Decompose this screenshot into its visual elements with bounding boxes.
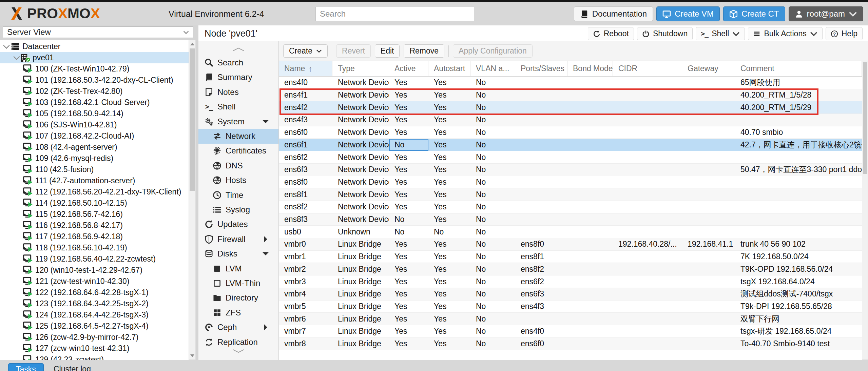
help-button[interactable]: ?Help: [826, 27, 863, 40]
column-header-type[interactable]: Type: [332, 61, 389, 76]
table-row-ens8f1[interactable]: ens8f1Network DeviceYesYesNo: [279, 188, 862, 201]
create-button[interactable]: Create: [283, 44, 328, 58]
nav-item-search[interactable]: Search: [198, 56, 278, 70]
tree-item-118[interactable]: 118 (192.168.56.10-42.19): [0, 242, 196, 253]
table-row-vmbr3[interactable]: vmbr3Linux BridgeYesYesNoens6f2tsgX 192.…: [279, 275, 862, 288]
global-search-input[interactable]: [315, 7, 474, 21]
shutdown-button[interactable]: Shutdown: [637, 27, 693, 40]
nav-item-firewall[interactable]: Firewall: [198, 232, 278, 246]
tree-scrollbar-thumb[interactable]: [190, 48, 195, 191]
nav-item-dns[interactable]: DNS: [198, 158, 278, 173]
tree-item-122[interactable]: 122 (192.168.64.6-42.28-tsgX-1): [0, 287, 196, 298]
table-scrollbar-thumb[interactable]: [863, 62, 867, 174]
tree-item-109[interactable]: 109 (42.6-mysql-redis): [0, 153, 196, 164]
tree-item-102[interactable]: 102 (ZK-Test-Trex-42.80): [0, 86, 196, 97]
tree-item-106[interactable]: 106 (SJS-Win10-42.81): [0, 119, 196, 130]
tree-expander-icon[interactable]: [13, 56, 20, 60]
tree-item-117[interactable]: 117 (192.168.56.9-42.18): [0, 231, 196, 242]
table-row-ens6f3[interactable]: ens6f3Network DeviceYesYesNo50.47，网卡直连至3…: [279, 164, 862, 176]
nav-item-updates[interactable]: Updates: [198, 217, 278, 232]
tree-item-125[interactable]: 125 (192.168.64.5-42.27-tsgX-4): [0, 321, 196, 332]
tree-item-120[interactable]: 120 (win10-test-1-42.29-42.67): [0, 265, 196, 276]
edit-button[interactable]: Edit: [375, 44, 400, 58]
scroll-down-icon[interactable]: [189, 353, 195, 359]
column-header-comment[interactable]: Comment: [735, 61, 862, 76]
tree-expander-icon[interactable]: [3, 44, 10, 49]
tree-item-116[interactable]: 116 (192.168.56.8-42.17): [0, 220, 196, 231]
tree-item-126[interactable]: 126 (zcw-42.9-by-mirror-42.7): [0, 332, 196, 343]
nav-item-syslog[interactable]: Syslog: [198, 203, 278, 217]
nav-item-network[interactable]: Network: [198, 129, 278, 144]
tree-item-105[interactable]: 105 (192.168.50.9-42.14): [0, 108, 196, 119]
apply-configuration-button[interactable]: Apply Configuration: [453, 44, 533, 58]
tree-item-datacenter[interactable]: Datacenter: [0, 41, 191, 52]
table-row-vmbr4[interactable]: vmbr4Linux BridgeYesYesNoens6f3测试组ddos测试…: [279, 288, 862, 301]
nav-item-hosts[interactable]: Hosts: [198, 173, 278, 188]
table-row-ens4f2[interactable]: ens4f2Network DeviceYesYesNo40.200_RTM_1…: [279, 101, 862, 114]
column-header-vlan[interactable]: VLAN a...: [470, 61, 515, 76]
nav-item-summary[interactable]: Summary: [198, 70, 278, 85]
table-row-vmbr5[interactable]: vmbr5Linux BridgeYesYesNoens4f3T9k-DPI 1…: [279, 301, 862, 313]
user-menu-button[interactable]: root@pam: [789, 6, 863, 21]
remove-button[interactable]: Remove: [404, 44, 444, 58]
nav-item-directory[interactable]: Directory: [198, 291, 278, 305]
chevron-right-icon[interactable]: [261, 235, 270, 244]
nav-item-lvm[interactable]: LVM: [198, 261, 278, 276]
tree-item-111[interactable]: 111 (42.7-automation-server): [0, 175, 196, 186]
table-row-ens8f2[interactable]: ens8f2Network DeviceYesYesNo: [279, 201, 862, 213]
table-row-vmbr1[interactable]: vmbr1Linux BridgeYesYesNoens8f17K 192.16…: [279, 251, 862, 263]
chevron-down-icon[interactable]: [261, 249, 270, 258]
column-header-active[interactable]: Active: [389, 61, 428, 76]
table-row-vmbr7[interactable]: vmbr7Linux BridgeYesYesNoens4f0tsgx-研发 1…: [279, 325, 862, 338]
table-row-ens8f3[interactable]: ens8f3Network DeviceNoYesNo: [279, 213, 862, 226]
nav-item-disks[interactable]: Disks: [198, 247, 278, 261]
tree-item-114[interactable]: 114 (192.168.50.10-42.15): [0, 198, 196, 209]
tree-item-123[interactable]: 123 (192.168.64.3-42.25-tsgX-2): [0, 298, 196, 309]
column-header-ports[interactable]: Ports/Slaves: [515, 61, 567, 76]
view-selector[interactable]: Server View: [3, 26, 193, 38]
scroll-up-icon[interactable]: [189, 41, 195, 47]
tree-item-101[interactable]: 101 (192.168.50.3-42.20-dxy-CL-Client): [0, 75, 196, 86]
nav-item-zfs[interactable]: ZFS: [198, 305, 278, 320]
table-row-vmbr2[interactable]: vmbr2Linux BridgeYesYesNoens8f2T9K-OPD 1…: [279, 263, 862, 276]
nav-item-certificates[interactable]: Certificates: [198, 144, 278, 158]
tree-item-121[interactable]: 121 (zcw-test-win10-42.30): [0, 276, 196, 287]
documentation-button[interactable]: Documentation: [574, 6, 653, 21]
tree-item-124[interactable]: 124 (192.168.64.4-42.26-tsgX-3): [0, 309, 196, 321]
tree-item-108[interactable]: 108 (42.4-agent-server): [0, 142, 196, 153]
table-row-ens4f1[interactable]: ens4f1Network DeviceYesYesNo40.200_RTM_1…: [279, 89, 862, 102]
bulk-actions-button[interactable]: Bulk Actions: [748, 27, 822, 40]
table-row-ens6f0[interactable]: ens6f0Network DeviceYesYesNo40.70 smbio: [279, 126, 862, 139]
column-header-bond[interactable]: Bond Mode: [567, 61, 613, 76]
nav-item-time[interactable]: Time: [198, 188, 278, 202]
create-vm-button[interactable]: Create VM: [656, 6, 720, 21]
table-row-vmbr0[interactable]: vmbr0Linux BridgeYesYesNoens8f0192.168.4…: [279, 238, 862, 251]
tree-item-100[interactable]: 100 (ZK-Test-Win10-42.79): [0, 63, 196, 75]
nav-scroll-down-icon[interactable]: [198, 348, 278, 354]
table-scrollbar[interactable]: [862, 61, 868, 360]
tree-item-129[interactable]: 129 (42.23-zcwtest): [0, 354, 196, 360]
reboot-button[interactable]: Reboot: [588, 27, 634, 40]
chevron-down-icon[interactable]: [261, 117, 270, 126]
table-row-ens6f1[interactable]: ens6f1Network DeviceNoYesNo42.7，网卡直连，用于接…: [279, 139, 862, 151]
tree-item-107[interactable]: 107 (192.168.42.2-Cloud-AI): [0, 130, 196, 142]
tree-item-115[interactable]: 115 (192.168.56.7-42.16): [0, 209, 196, 220]
table-row-usb0[interactable]: usb0UnknownNoNoNo: [279, 226, 862, 238]
nav-item-system[interactable]: System: [198, 114, 278, 129]
table-row-vmbr8[interactable]: vmbr8Linux BridgeYesYesNoens6f0To-40.70 …: [279, 338, 862, 350]
create-ct-button[interactable]: Create CT: [723, 6, 785, 21]
tree-item-112[interactable]: 112 (192.168.56.20-42.21-dxy-T9K-Client): [0, 186, 196, 198]
nav-item-replication[interactable]: Replication: [198, 335, 278, 349]
tree-item-127[interactable]: 127 (zcw-win10-test-42.31): [0, 343, 196, 354]
nav-item-lvm-thin[interactable]: LVM-Thin: [198, 276, 278, 291]
nav-scroll-up-icon[interactable]: [198, 47, 278, 52]
table-row-ens6f2[interactable]: ens6f2Network DeviceYesYesNo: [279, 151, 862, 164]
column-header-name[interactable]: Name↑: [279, 61, 332, 76]
column-header-autostart[interactable]: Autostart: [428, 61, 470, 76]
table-row-vmbr6[interactable]: vmbr6Linux BridgeYesYesNo双臂下行网: [279, 313, 862, 325]
tree-item-110[interactable]: 110 (42.5-fusion): [0, 164, 196, 175]
tab-cluster-log[interactable]: Cluster log: [54, 365, 91, 371]
table-row-ens8f0[interactable]: ens8f0Network DeviceYesYesNo: [279, 176, 862, 189]
tree-item-pve01[interactable]: pve01: [0, 52, 196, 63]
tree-item-119[interactable]: 119 (192.168.56.40-42.22-zcwtest): [0, 253, 196, 265]
